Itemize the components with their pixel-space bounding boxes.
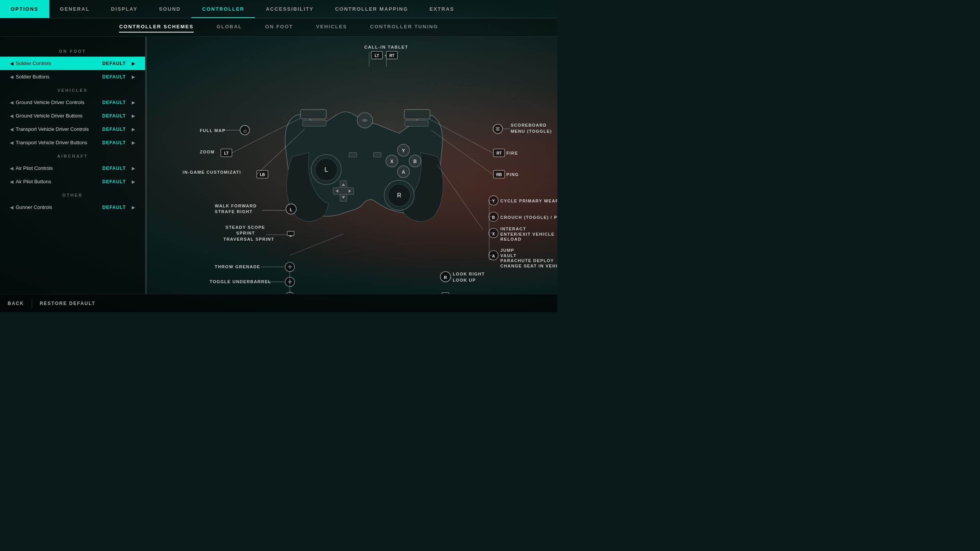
arrow-right-transport-driver-controls[interactable]: ▶ <box>129 127 137 132</box>
svg-rect-82 <box>287 231 294 235</box>
row-air-pilot-buttons[interactable]: ◀ Air Pilot Buttons DEFAULT ▶ <box>0 175 145 188</box>
svg-line-75 <box>438 165 483 230</box>
row-ground-driver-controls[interactable]: ◀ Ground Vehicle Driver Controls DEFAULT… <box>0 96 145 109</box>
nav-item-extras[interactable]: EXTRAS <box>419 0 465 18</box>
svg-text:RT: RT <box>389 54 395 58</box>
svg-text:RT: RT <box>497 151 502 155</box>
top-nav: OPTIONS GENERAL DISPLAY SOUND CONTROLLER… <box>0 0 557 18</box>
arrow-right-transport-driver-buttons[interactable]: ▶ <box>129 140 137 145</box>
section-header-aircraft: AIRCRAFT <box>0 149 145 161</box>
arrow-left-air-pilot-buttons[interactable]: ◀ <box>8 179 16 184</box>
label-crouch: CROUCH (TOGGLE) / PR <box>500 215 557 220</box>
arrow-left-ground-driver-controls[interactable]: ◀ <box>8 100 16 105</box>
row-soldier-buttons[interactable]: ◀ Soldier Buttons DEFAULT ▶ <box>0 70 145 83</box>
arrow-right-soldier-controls[interactable]: ▶ <box>129 61 137 66</box>
label-air-pilot-controls: Air Pilot Controls <box>16 165 99 171</box>
label-ping: PING <box>506 172 519 177</box>
value-ground-driver-controls: DEFAULT <box>99 100 129 105</box>
row-ground-driver-buttons[interactable]: ◀ Ground Vehicle Driver Buttons DEFAULT … <box>0 109 145 122</box>
arrow-right-gunner-controls[interactable]: ▶ <box>129 205 137 210</box>
arrow-left-ground-driver-buttons[interactable]: ◀ <box>8 113 16 119</box>
label-soldier-buttons: Soldier Buttons <box>16 74 99 80</box>
value-gunner-controls: DEFAULT <box>99 205 129 210</box>
restore-default-button[interactable]: RESTORE DEFAULT <box>32 294 103 312</box>
svg-text:LOOK UP: LOOK UP <box>453 278 476 282</box>
label-cycle-weapon: CYCLE PRIMARY WEAPO <box>500 199 557 203</box>
label-transport-driver-buttons: Transport Vehicle Driver Buttons <box>16 140 99 145</box>
svg-rect-1 <box>404 109 430 119</box>
right-panel: L R <box>147 37 557 294</box>
label-steady-scope-group: STEADY SCOPE SPRINT TRAVERSAL SPRINT <box>224 225 274 241</box>
sub-nav-controller-tuning[interactable]: CONTROLLER TUNING <box>370 24 438 31</box>
svg-text:R: R <box>444 275 447 280</box>
svg-text:RELOAD: RELOAD <box>500 237 521 241</box>
value-air-pilot-controls: DEFAULT <box>99 166 129 171</box>
svg-text:TRAVERSAL SPRINT: TRAVERSAL SPRINT <box>224 237 274 241</box>
svg-text:✛: ✛ <box>288 264 292 270</box>
section-header-vehicles: VEHICLES <box>0 83 145 96</box>
arrow-left-air-pilot-controls[interactable]: ◀ <box>8 166 16 171</box>
svg-rect-0 <box>301 109 326 119</box>
svg-text:VAULT: VAULT <box>500 253 516 258</box>
label-soldier-controls: Soldier Controls <box>16 60 99 66</box>
row-air-pilot-controls[interactable]: ◀ Air Pilot Controls DEFAULT ▶ <box>0 161 145 175</box>
svg-text:LT: LT <box>375 54 379 58</box>
arrow-left-gunner-controls[interactable]: ◀ <box>8 205 16 210</box>
arrow-right-ground-driver-controls[interactable]: ▶ <box>129 100 137 105</box>
svg-text:JUMP: JUMP <box>500 248 514 253</box>
arrow-left-soldier-buttons[interactable]: ◀ <box>8 74 16 80</box>
nav-item-accessibility[interactable]: ACCESSIBILITY <box>255 0 324 18</box>
arrow-left-transport-driver-buttons[interactable]: ◀ <box>8 140 16 145</box>
svg-text:Y: Y <box>492 199 495 203</box>
svg-text:A: A <box>492 254 495 258</box>
controller-body: L R <box>285 109 443 222</box>
arrow-right-soldier-buttons[interactable]: ▶ <box>129 74 137 80</box>
svg-text:ENTER/EXIT VEHICLE: ENTER/EXIT VEHICLE <box>500 232 555 236</box>
nav-item-controller[interactable]: CONTROLLER <box>191 0 255 18</box>
sub-nav-controller-schemes[interactable]: CONTROLLER SCHEMES <box>119 24 193 31</box>
svg-text:L: L <box>290 207 292 212</box>
nav-item-sound[interactable]: SOUND <box>148 0 191 18</box>
label-throw-grenade: THROW GRENADE <box>215 264 260 269</box>
sub-nav-on-foot[interactable]: ON FOOT <box>265 24 293 31</box>
arrow-right-air-pilot-controls[interactable]: ▶ <box>129 166 137 171</box>
row-transport-driver-buttons[interactable]: ◀ Transport Vehicle Driver Buttons DEFAU… <box>0 136 145 149</box>
svg-line-98 <box>290 234 343 255</box>
svg-text:Y: Y <box>402 148 405 153</box>
label-ground-driver-buttons: Ground Vehicle Driver Buttons <box>16 113 99 119</box>
back-button[interactable]: BACK <box>8 294 32 312</box>
nav-item-display[interactable]: DISPLAY <box>100 0 148 18</box>
row-soldier-controls[interactable]: ◀ Soldier Controls DEFAULT ▶ <box>0 57 145 70</box>
section-header-other: OTHER <box>0 188 145 201</box>
svg-rect-2 <box>303 120 327 126</box>
panel-divider <box>145 37 147 294</box>
value-transport-driver-controls: DEFAULT <box>99 127 129 132</box>
svg-text:LOOK RIGHT: LOOK RIGHT <box>453 272 485 276</box>
label-in-game: IN-GAME CUSTOMIZATI <box>183 170 241 174</box>
main-content: ON FOOT ◀ Soldier Controls DEFAULT ▶ ◀ S… <box>0 37 557 294</box>
value-soldier-controls: DEFAULT <box>99 61 129 66</box>
bottom-bar: BACK RESTORE DEFAULT <box>0 294 557 312</box>
row-transport-driver-controls[interactable]: ◀ Transport Vehicle Driver Controls DEFA… <box>0 122 145 136</box>
sub-nav: CONTROLLER SCHEMES GLOBAL ON FOOT VEHICL… <box>0 18 557 37</box>
label-look-right-group: LOOK RIGHT LOOK UP <box>453 272 485 282</box>
nav-item-controller-mapping[interactable]: CONTROLLER MAPPING <box>324 0 419 18</box>
label-jump-group: JUMP VAULT PARACHUTE DEPLOY CHANGE SEAT … <box>500 248 557 268</box>
arrow-left-transport-driver-controls[interactable]: ◀ <box>8 127 16 132</box>
label-full-map: FULL MAP <box>200 128 225 133</box>
svg-text:PARACHUTE DEPLOY: PARACHUTE DEPLOY <box>500 258 554 263</box>
label-transport-driver-controls: Transport Vehicle Driver Controls <box>16 126 99 132</box>
svg-text:LB: LB <box>260 173 265 177</box>
arrow-left-soldier-controls[interactable]: ◀ <box>8 61 16 66</box>
sub-nav-vehicles[interactable]: VEHICLES <box>316 24 347 31</box>
svg-rect-15 <box>374 152 381 157</box>
sub-nav-global[interactable]: GLOBAL <box>217 24 242 31</box>
nav-item-general[interactable]: GENERAL <box>49 0 101 18</box>
value-ground-driver-buttons: DEFAULT <box>99 113 129 119</box>
row-gunner-controls[interactable]: ◀ Gunner Controls DEFAULT ▶ <box>0 201 145 214</box>
arrow-right-ground-driver-buttons[interactable]: ▶ <box>129 113 137 119</box>
svg-text:B: B <box>492 215 495 220</box>
nav-item-options[interactable]: OPTIONS <box>0 0 49 18</box>
arrow-right-air-pilot-buttons[interactable]: ▶ <box>129 179 137 184</box>
value-soldier-buttons: DEFAULT <box>99 74 129 80</box>
